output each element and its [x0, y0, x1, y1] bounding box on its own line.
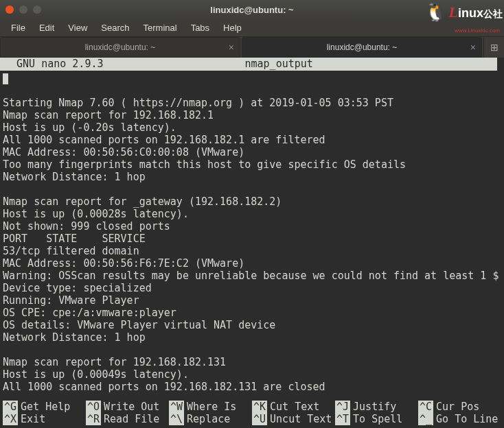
penguin-icon: 🐧: [424, 1, 446, 23]
hotkey-item: ^XExit: [3, 413, 86, 425]
cursor: [3, 73, 8, 84]
hotkey-item: ^UUncut Text: [252, 413, 335, 425]
window-controls: [5, 5, 41, 14]
hotkey-label: To Spell: [350, 413, 412, 425]
hotkey-key: ^U: [252, 413, 267, 425]
menu-file[interactable]: File: [4, 20, 32, 36]
menu-terminal[interactable]: Terminal: [137, 20, 184, 36]
site-logo: 🐧 Linux公社: [424, 1, 503, 23]
hotkey-key: ^G: [3, 401, 18, 413]
hotkey-item: ^GGet Help: [3, 401, 86, 413]
hotkey-key: ^K: [252, 401, 267, 413]
hotkey-item: ^OWrite Out: [86, 401, 169, 413]
hotkey-key: ^J: [335, 401, 350, 413]
hotkey-key: ^\: [169, 413, 184, 425]
hotkey-key: ^T: [335, 413, 350, 425]
tabbar: linuxidc@ubuntu: ~ × linuxidc@ubuntu: ~ …: [0, 37, 504, 58]
hotkey-label: Replace: [184, 413, 246, 425]
hotkey-item: ^TTo Spell: [335, 413, 418, 425]
hotkey-label: Cur Pos: [433, 401, 495, 413]
nano-footer: ^GGet Help^OWrite Out^WWhere Is^KCut Tex…: [3, 401, 501, 425]
menu-edit[interactable]: Edit: [32, 20, 61, 36]
tab-label: linuxidc@ubuntu: ~: [85, 43, 156, 52]
nano-version: GNU nano 2.9.3: [0, 58, 108, 71]
menu-tabs[interactable]: Tabs: [184, 20, 216, 36]
hotkey-key: ^C: [418, 401, 433, 413]
hotkey-label: Justify: [350, 401, 412, 413]
menu-help[interactable]: Help: [216, 20, 249, 36]
hotkey-label: Where Is: [184, 401, 246, 413]
window-close-button[interactable]: [5, 5, 14, 14]
logo-url: www.Linuxidc.com: [455, 27, 500, 34]
hotkey-key: ^W: [169, 401, 184, 413]
tab-2[interactable]: linuxidc@ubuntu: ~ ×: [242, 37, 482, 58]
hotkey-item: ^_Go To Line: [418, 413, 501, 425]
tab-close-icon[interactable]: ×: [229, 42, 234, 53]
hotkey-item: ^CCur Pos: [418, 401, 501, 413]
hotkey-key: ^O: [86, 401, 101, 413]
nano-header: GNU nano 2.9.3 nmap_output: [0, 58, 504, 71]
tab-1[interactable]: linuxidc@ubuntu: ~ ×: [0, 37, 240, 58]
hotkey-item: ^JJustify: [335, 401, 418, 413]
hotkey-label: Uncut Text: [267, 413, 334, 425]
menu-view[interactable]: View: [61, 20, 94, 36]
hotkey-item: ^WWhere Is: [169, 401, 252, 413]
menu-search[interactable]: Search: [94, 20, 136, 36]
hotkey-label: Get Help: [18, 401, 80, 413]
tab-close-icon[interactable]: ×: [470, 42, 476, 53]
hotkey-key: ^R: [86, 413, 101, 425]
hotkey-label: Read File: [101, 413, 163, 425]
terminal-content[interactable]: Starting Nmap 7.60 ( https://nmap.org ) …: [0, 71, 504, 394]
new-tab-icon: ⊞: [490, 42, 499, 53]
hotkey-key: ^X: [3, 413, 18, 425]
hotkey-label: Cut Text: [267, 401, 329, 413]
hotkey-label: Write Out: [101, 401, 163, 413]
hotkey-item: ^KCut Text: [252, 401, 335, 413]
hotkey-label: Go To Line: [433, 413, 501, 425]
new-tab-button[interactable]: ⊞: [483, 37, 504, 58]
tab-label: linuxidc@ubuntu: ~: [327, 43, 398, 52]
window-maximize-button[interactable]: [33, 5, 41, 14]
logo-text: Linux公社: [449, 3, 503, 21]
hotkey-key: ^_: [418, 413, 433, 425]
window-minimize-button[interactable]: [19, 5, 27, 14]
hotkey-item: ^RRead File: [86, 413, 169, 425]
nano-filename: nmap_output: [108, 58, 498, 71]
hotkey-label: Exit: [18, 413, 80, 425]
window-title: linuxidc@ubuntu: ~: [210, 5, 293, 15]
hotkey-item: ^\Replace: [169, 413, 252, 425]
